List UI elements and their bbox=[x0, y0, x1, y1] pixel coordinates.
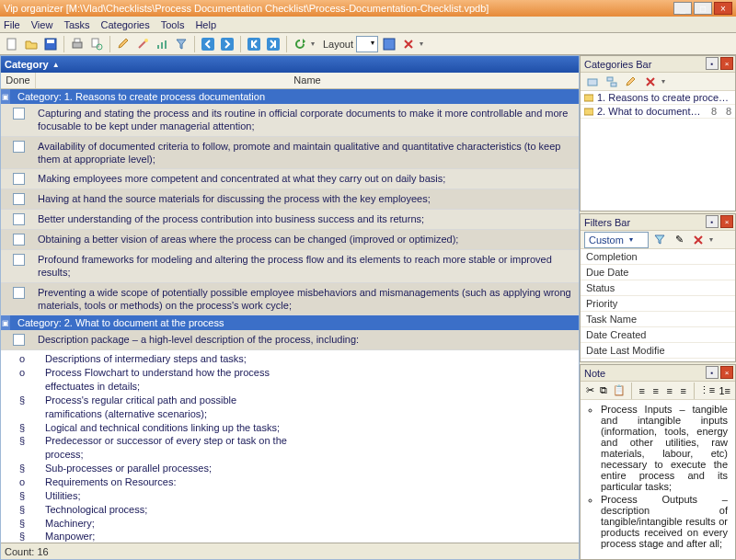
task-row[interactable]: Making employees more competent and conc… bbox=[1, 169, 579, 189]
task-row[interactable]: Having at hand the source materials for … bbox=[1, 189, 579, 210]
filter-field[interactable]: Date Created bbox=[581, 327, 735, 343]
col-name[interactable]: Name bbox=[36, 73, 579, 88]
menu-file[interactable]: File bbox=[4, 19, 20, 30]
new-icon[interactable] bbox=[4, 36, 20, 52]
panel-close-icon[interactable]: × bbox=[720, 57, 733, 70]
filter-icon[interactable] bbox=[173, 36, 190, 52]
align-justify-icon[interactable]: ≡ bbox=[678, 383, 689, 399]
menu-categories[interactable]: Categories bbox=[101, 19, 150, 30]
cat-sub-icon[interactable] bbox=[604, 74, 620, 90]
task-row[interactable]: Capturing and stating the process and it… bbox=[1, 104, 579, 137]
filter-apply-icon[interactable] bbox=[651, 232, 668, 248]
menu-help[interactable]: Help bbox=[195, 19, 216, 30]
done-checkbox[interactable] bbox=[13, 173, 25, 185]
menu-tools[interactable]: Tools bbox=[161, 19, 185, 30]
task-row[interactable]: Availability of documented criteria to f… bbox=[1, 137, 579, 170]
note-content[interactable]: Process Inputs – tangible and intangible… bbox=[581, 400, 735, 559]
group-row-2[interactable]: ▣Category: 2. What to document at the pr… bbox=[1, 315, 579, 330]
task-row[interactable]: Better understanding of the process cont… bbox=[1, 210, 579, 230]
nav-prev-icon[interactable] bbox=[200, 36, 216, 52]
task-row[interactable]: Description package – a high-level descr… bbox=[1, 330, 579, 350]
filter-edit-icon[interactable]: ✎ bbox=[671, 232, 687, 248]
main-toolbar: ▾ Layout ▾ ▾ bbox=[0, 33, 736, 55]
category-item[interactable]: 2. What to document at the process 8 8 bbox=[581, 105, 735, 119]
filter-del-icon[interactable] bbox=[690, 232, 707, 248]
panel-close-icon[interactable]: × bbox=[720, 366, 733, 379]
menu-tasks[interactable]: Tasks bbox=[63, 19, 89, 30]
layout-select[interactable]: ▾ bbox=[356, 36, 378, 52]
col-done[interactable]: Done bbox=[1, 73, 36, 88]
svg-rect-9 bbox=[157, 45, 159, 49]
svg-rect-2 bbox=[47, 40, 54, 43]
categories-title: Categories Bar bbox=[584, 59, 651, 70]
close-button[interactable]: × bbox=[714, 2, 732, 15]
note-toolbar: ✂ ⧉ 📋 ≡ ≡ ≡ ≡ ⋮≡ 1≡ bbox=[581, 382, 735, 400]
save-icon[interactable] bbox=[42, 36, 59, 52]
maximize-button[interactable]: □ bbox=[694, 2, 712, 15]
wand-icon[interactable] bbox=[134, 36, 151, 52]
filter-field[interactable]: Date Last Modifie bbox=[581, 343, 735, 359]
align-right-icon[interactable]: ≡ bbox=[664, 383, 675, 399]
layout-save-icon[interactable] bbox=[381, 36, 397, 52]
svg-rect-12 bbox=[201, 38, 214, 51]
cat-new-icon[interactable] bbox=[584, 74, 601, 90]
layout-delete-icon[interactable] bbox=[400, 36, 417, 52]
chart-icon[interactable] bbox=[154, 36, 170, 52]
align-left-icon[interactable]: ≡ bbox=[637, 383, 648, 399]
group-header[interactable]: Category ▲ bbox=[1, 56, 579, 73]
filter-field[interactable]: Due Date bbox=[581, 265, 735, 280]
panel-close-icon[interactable]: × bbox=[720, 215, 733, 228]
paste-icon[interactable]: 📋 bbox=[612, 383, 627, 399]
open-icon[interactable] bbox=[23, 36, 40, 52]
done-checkbox[interactable] bbox=[13, 193, 25, 205]
filter-field[interactable]: Priority bbox=[581, 296, 735, 312]
svg-rect-5 bbox=[92, 39, 98, 47]
nav-first-icon[interactable] bbox=[246, 36, 262, 52]
bullets-icon[interactable]: ⋮≡ bbox=[698, 383, 715, 399]
svg-rect-16 bbox=[384, 39, 395, 50]
menu-view[interactable]: View bbox=[31, 19, 53, 30]
note-title: Note bbox=[584, 368, 605, 379]
svg-rect-11 bbox=[165, 40, 167, 49]
task-row[interactable]: Profound frameworks for modeling and alt… bbox=[1, 250, 579, 283]
nav-next-icon[interactable] bbox=[219, 36, 236, 52]
refresh-icon[interactable] bbox=[292, 36, 308, 52]
done-checkbox[interactable] bbox=[13, 254, 25, 266]
done-checkbox[interactable] bbox=[13, 234, 25, 246]
title-bar: Vip organizer [M:\Vlad\Checklists\Proces… bbox=[0, 0, 736, 17]
edit-icon[interactable] bbox=[115, 36, 132, 52]
print-preview-icon[interactable] bbox=[88, 36, 105, 52]
print-icon[interactable] bbox=[69, 36, 86, 52]
align-center-icon[interactable]: ≡ bbox=[650, 383, 661, 399]
filter-field[interactable]: Completion bbox=[581, 249, 735, 265]
cat-del-icon[interactable] bbox=[642, 74, 659, 90]
done-checkbox[interactable] bbox=[13, 141, 25, 153]
note-line: Process Inputs – tangible and intangible… bbox=[601, 404, 728, 492]
filter-field[interactable]: Date Opened bbox=[581, 359, 735, 361]
categories-panel: Categories Bar ▪× ▾ 1. Reasons to create… bbox=[580, 55, 736, 211]
category-item[interactable]: 1. Reasons to create process documen bbox=[581, 91, 735, 105]
svg-point-8 bbox=[144, 39, 148, 42]
done-checkbox[interactable] bbox=[13, 287, 25, 299]
group-row-1[interactable]: ▣Category: 1. Reasons to create process … bbox=[1, 89, 579, 104]
numbering-icon[interactable]: 1≡ bbox=[718, 383, 731, 399]
task-row[interactable]: Obtaining a better vision of areas where… bbox=[1, 230, 579, 250]
done-checkbox[interactable] bbox=[13, 213, 25, 225]
panel-pin-icon[interactable]: ▪ bbox=[706, 366, 719, 379]
minimize-button[interactable]: _ bbox=[673, 2, 692, 15]
nav-last-icon[interactable] bbox=[265, 36, 282, 52]
task-row[interactable]: Preventing a wide scope of potentially p… bbox=[1, 283, 579, 316]
task-grid[interactable]: ▣Category: 1. Reasons to create process … bbox=[1, 89, 579, 543]
done-checkbox[interactable] bbox=[13, 108, 25, 120]
done-checkbox[interactable] bbox=[13, 334, 25, 346]
panel-pin-icon[interactable]: ▪ bbox=[706, 57, 719, 70]
panel-pin-icon[interactable]: ▪ bbox=[706, 215, 719, 228]
filter-field[interactable]: Task Name bbox=[581, 312, 735, 327]
categories-toolbar: ▾ bbox=[581, 73, 735, 91]
svg-rect-21 bbox=[584, 109, 593, 115]
cat-edit-icon[interactable] bbox=[623, 74, 639, 90]
filter-field[interactable]: Status bbox=[581, 280, 735, 296]
cut-icon[interactable]: ✂ bbox=[584, 383, 595, 399]
copy-icon[interactable]: ⧉ bbox=[598, 383, 609, 399]
filter-select[interactable]: Custom▾ bbox=[584, 232, 649, 248]
